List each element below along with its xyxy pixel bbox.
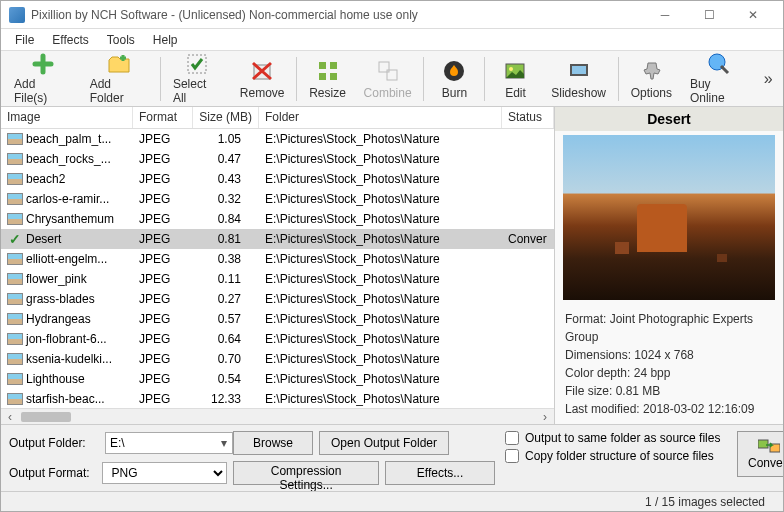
table-row[interactable]: beach_rocks_...JPEG0.47E:\Pictures\Stock…	[1, 149, 554, 169]
file-folder: E:\Pictures\Stock_Photos\Nature	[259, 371, 502, 387]
file-status	[502, 138, 554, 140]
table-row[interactable]: ChrysanthemumJPEG0.84E:\Pictures\Stock_P…	[1, 209, 554, 229]
file-folder: E:\Pictures\Stock_Photos\Nature	[259, 391, 502, 407]
open-output-folder-button[interactable]: Open Output Folder	[319, 431, 449, 455]
select-all-icon	[183, 52, 211, 76]
preview-title: Desert	[555, 107, 783, 131]
edit-button[interactable]: Edit	[488, 53, 542, 105]
menu-help[interactable]: Help	[145, 31, 186, 49]
file-folder: E:\Pictures\Stock_Photos\Nature	[259, 251, 502, 267]
minimize-button[interactable]: ─	[643, 1, 687, 29]
slideshow-button[interactable]: Slideshow	[542, 53, 614, 105]
menu-file[interactable]: File	[7, 31, 42, 49]
close-button[interactable]: ✕	[731, 1, 775, 29]
slideshow-icon	[565, 57, 593, 85]
select-all-button[interactable]: Select All	[164, 53, 231, 105]
file-format: JPEG	[133, 271, 193, 287]
file-format: JPEG	[133, 171, 193, 187]
table-row[interactable]: ✓DesertJPEG0.81E:\Pictures\Stock_Photos\…	[1, 229, 554, 249]
thumbnail-icon	[7, 313, 23, 325]
compression-settings-button[interactable]: Compression Settings...	[233, 461, 379, 485]
file-format: JPEG	[133, 371, 193, 387]
table-row[interactable]: beach_palm_t...JPEG1.05E:\Pictures\Stock…	[1, 129, 554, 149]
file-format: JPEG	[133, 211, 193, 227]
file-size: 0.57	[193, 311, 259, 327]
convert-button[interactable]: Convert	[737, 431, 784, 477]
copy-structure-checkbox[interactable]: Copy folder structure of source files	[505, 449, 729, 463]
table-row[interactable]: LighthouseJPEG0.54E:\Pictures\Stock_Phot…	[1, 369, 554, 389]
file-size: 0.43	[193, 171, 259, 187]
remove-button[interactable]: Remove	[231, 53, 293, 105]
output-format-select[interactable]: PNG	[102, 462, 227, 484]
table-row[interactable]: starfish-beac...JPEG12.33E:\Pictures\Sto…	[1, 389, 554, 408]
combine-button[interactable]: Combine	[355, 53, 421, 105]
preview-pane: Desert Format: Joint Photographic Expert…	[555, 107, 783, 424]
meta-dimensions: Dimensions: 1024 x 768	[565, 346, 773, 364]
file-name: Hydrangeas	[26, 312, 91, 326]
folder-dropdown-icon[interactable]: ▾	[221, 436, 227, 450]
col-size[interactable]: Size (MB)	[193, 107, 259, 128]
file-folder: E:\Pictures\Stock_Photos\Nature	[259, 191, 502, 207]
col-status[interactable]: Status	[502, 107, 554, 128]
file-name: beach2	[26, 172, 65, 186]
horizontal-scrollbar[interactable]: ‹›	[1, 408, 554, 424]
col-image[interactable]: Image	[1, 107, 133, 128]
file-folder: E:\Pictures\Stock_Photos\Nature	[259, 271, 502, 287]
maximize-button[interactable]: ☐	[687, 1, 731, 29]
main-area: Image Format Size (MB) Folder Status bea…	[1, 107, 783, 424]
file-rows: beach_palm_t...JPEG1.05E:\Pictures\Stock…	[1, 129, 554, 408]
table-row[interactable]: beach2JPEG0.43E:\Pictures\Stock_Photos\N…	[1, 169, 554, 189]
svg-rect-3	[330, 62, 337, 69]
effects-button[interactable]: Effects...	[385, 461, 495, 485]
file-size: 0.84	[193, 211, 259, 227]
bottom-panel: Output Folder: ▾ Browse Open Output Fold…	[1, 424, 783, 491]
menu-effects[interactable]: Effects	[44, 31, 96, 49]
burn-button[interactable]: Burn	[427, 53, 481, 105]
file-size: 0.32	[193, 191, 259, 207]
table-row[interactable]: ksenia-kudelki...JPEG0.70E:\Pictures\Sto…	[1, 349, 554, 369]
add-files-button[interactable]: Add File(s)	[5, 53, 81, 105]
menubar: File Effects Tools Help	[1, 29, 783, 51]
meta-modified: Last modified: 2018-03-02 12:16:09	[565, 400, 773, 418]
table-row[interactable]: grass-bladesJPEG0.27E:\Pictures\Stock_Ph…	[1, 289, 554, 309]
table-row[interactable]: elliott-engelm...JPEG0.38E:\Pictures\Sto…	[1, 249, 554, 269]
table-row[interactable]: flower_pinkJPEG0.11E:\Pictures\Stock_Pho…	[1, 269, 554, 289]
buy-online-button[interactable]: Buy Online	[681, 53, 757, 105]
col-folder[interactable]: Folder	[259, 107, 502, 128]
file-status	[502, 378, 554, 380]
file-list-pane: Image Format Size (MB) Folder Status bea…	[1, 107, 555, 424]
browse-button[interactable]: Browse	[233, 431, 313, 455]
toolbar-overflow[interactable]: »	[757, 70, 779, 88]
options-icon	[637, 57, 665, 85]
svg-rect-12	[572, 66, 586, 74]
app-icon	[9, 7, 25, 23]
file-name: flower_pink	[26, 272, 87, 286]
file-folder: E:\Pictures\Stock_Photos\Nature	[259, 211, 502, 227]
file-size: 0.70	[193, 351, 259, 367]
table-row[interactable]: carlos-e-ramir...JPEG0.32E:\Pictures\Sto…	[1, 189, 554, 209]
file-name: Chrysanthemum	[26, 212, 114, 226]
file-status	[502, 358, 554, 360]
file-format: JPEG	[133, 231, 193, 247]
resize-button[interactable]: Resize	[300, 53, 354, 105]
edit-icon	[501, 57, 529, 85]
file-status	[502, 318, 554, 320]
table-row[interactable]: HydrangeasJPEG0.57E:\Pictures\Stock_Phot…	[1, 309, 554, 329]
output-folder-input[interactable]	[105, 432, 233, 454]
check-icon: ✓	[7, 231, 23, 247]
menu-tools[interactable]: Tools	[99, 31, 143, 49]
svg-rect-14	[758, 440, 768, 448]
file-folder: E:\Pictures\Stock_Photos\Nature	[259, 151, 502, 167]
same-folder-checkbox[interactable]: Output to same folder as source files	[505, 431, 729, 445]
options-button[interactable]: Options	[622, 53, 681, 105]
svg-rect-5	[330, 73, 337, 80]
resize-icon	[314, 57, 342, 85]
table-row[interactable]: jon-flobrant-6...JPEG0.64E:\Pictures\Sto…	[1, 329, 554, 349]
add-folder-button[interactable]: Add Folder	[81, 53, 157, 105]
file-size: 0.81	[193, 231, 259, 247]
output-format-label: Output Format:	[9, 466, 96, 480]
thumbnail-icon	[7, 213, 23, 225]
col-format[interactable]: Format	[133, 107, 193, 128]
convert-icon	[758, 438, 780, 454]
thumbnail-icon	[7, 153, 23, 165]
